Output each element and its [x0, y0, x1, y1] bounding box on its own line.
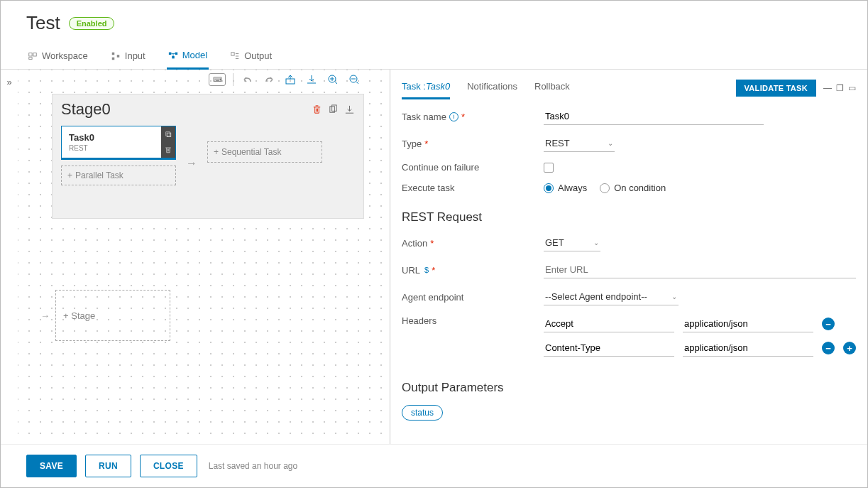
add-parallel-task[interactable]: + Parallel Task [61, 166, 176, 185]
task-name-input[interactable] [544, 108, 764, 125]
maximize-icon[interactable]: ▭ [848, 83, 856, 93]
delete-stage-icon[interactable] [312, 104, 322, 115]
execute-label: Execute task [402, 183, 544, 193]
task-name-label: Task name [402, 112, 446, 122]
page-header: Test Enabled [1, 1, 867, 40]
task-card[interactable]: Task0 REST ⧉ [61, 126, 176, 160]
svg-rect-3 [112, 52, 115, 55]
header-key-input[interactable] [544, 315, 674, 332]
minimize-icon[interactable]: — [823, 83, 832, 93]
header-value-input[interactable] [683, 340, 813, 357]
url-input[interactable] [544, 261, 856, 278]
details-panel: Task :Task0 Notifications Rollback VALID… [390, 70, 867, 444]
sequence-arrow-icon: → [186, 157, 197, 170]
export-icon[interactable] [283, 72, 297, 87]
tab-workspace-label: Workspace [42, 50, 88, 61]
task-card-type: REST [69, 144, 154, 152]
svg-rect-8 [172, 55, 175, 58]
subtab-rollback[interactable]: Rollback [534, 77, 570, 99]
add-stage[interactable]: + Stage [55, 290, 170, 341]
type-select[interactable]: REST ⌄ [544, 135, 615, 152]
plus-icon: + [63, 310, 71, 321]
radio-dot-checked [544, 183, 554, 193]
output-section-title: Output Parameters [402, 381, 856, 395]
zoom-in-icon[interactable] [326, 72, 340, 87]
svg-rect-10 [286, 79, 295, 84]
variable-icon[interactable]: $ [424, 266, 429, 274]
save-button[interactable]: SAVE [26, 455, 77, 477]
svg-rect-1 [33, 53, 36, 55]
header-key-input[interactable] [544, 340, 674, 357]
svg-rect-9 [231, 52, 234, 55]
subtab-notifications[interactable]: Notifications [467, 77, 517, 99]
url-label: URL [402, 265, 420, 276]
canvas-toolbar: ⌨ [209, 72, 361, 87]
tab-input-label: Input [125, 50, 145, 61]
action-select[interactable]: GET ⌄ [544, 234, 600, 251]
model-icon [168, 50, 178, 60]
validate-task-button[interactable]: VALIDATE TASK [736, 80, 816, 97]
svg-rect-7 [175, 52, 177, 55]
output-icon [230, 51, 240, 61]
svg-rect-2 [29, 57, 32, 59]
agent-select[interactable]: --Select Agent endpoint-- ⌄ [544, 288, 679, 305]
stage-title: Stage0 [61, 100, 111, 119]
input-icon [111, 51, 121, 61]
stage-container[interactable]: Stage0 Task0 REST [52, 94, 364, 219]
agent-label: Agent endpoint [402, 292, 544, 303]
info-icon[interactable]: i [449, 112, 458, 121]
header-row: − [544, 315, 856, 332]
plus-icon: + [67, 170, 72, 180]
type-label: Type [402, 139, 422, 149]
svg-rect-5 [117, 55, 120, 58]
chevron-down-icon: ⌄ [593, 239, 599, 246]
status-badge: Enabled [69, 17, 115, 30]
radio-on-condition[interactable]: On condition [600, 183, 666, 193]
main-tabs: Workspace Input Model Output [1, 40, 867, 70]
workspace-icon [28, 51, 38, 61]
chevron-down-icon: ⌄ [671, 293, 677, 300]
chevron-down-icon: ⌄ [608, 139, 613, 147]
continue-checkbox[interactable] [544, 163, 554, 173]
expand-handle[interactable]: » [1, 70, 18, 444]
import-stage-icon[interactable] [344, 104, 355, 115]
tab-model[interactable]: Model [167, 45, 209, 70]
add-sequential-task[interactable]: + Sequential Task [207, 141, 322, 163]
add-header-icon[interactable]: + [843, 342, 856, 354]
tab-input[interactable]: Input [109, 45, 147, 69]
tab-output-label: Output [244, 50, 272, 61]
headers-label: Headers [402, 315, 544, 326]
tab-model-label: Model [182, 50, 207, 60]
svg-rect-4 [112, 57, 115, 60]
canvas[interactable]: Stage0 Task0 REST [18, 70, 390, 444]
page-title: Test [26, 12, 60, 34]
rest-section-title: REST Request [402, 210, 856, 224]
restore-icon[interactable]: ❐ [836, 83, 844, 93]
import-icon[interactable] [304, 72, 319, 87]
keyboard-icon[interactable]: ⌨ [209, 73, 226, 86]
copy-stage-icon[interactable] [328, 104, 339, 115]
header-row: − + [544, 340, 856, 357]
svg-rect-6 [169, 52, 172, 55]
action-label: Action [402, 238, 427, 249]
tab-output[interactable]: Output [229, 45, 273, 69]
delete-task-icon[interactable] [161, 142, 175, 158]
output-param-pill[interactable]: status [402, 405, 443, 421]
close-button[interactable]: CLOSE [140, 455, 197, 477]
zoom-out-icon[interactable] [347, 72, 361, 87]
copy-task-icon[interactable]: ⧉ [161, 126, 175, 142]
canvas-area: ⌨ Stage0 [18, 70, 390, 444]
header-value-input[interactable] [683, 315, 813, 332]
redo-icon[interactable] [262, 72, 276, 87]
undo-icon[interactable] [241, 72, 255, 87]
tab-workspace[interactable]: Workspace [26, 45, 89, 69]
stage-arrow-icon: → [40, 310, 50, 321]
radio-dot [600, 183, 610, 193]
run-button[interactable]: RUN [85, 455, 131, 477]
remove-header-icon[interactable]: − [822, 318, 835, 330]
remove-header-icon[interactable]: − [822, 342, 835, 354]
subtab-task[interactable]: Task :Task0 [402, 77, 450, 99]
radio-always[interactable]: Always [544, 183, 587, 193]
footer: SAVE RUN CLOSE Last saved an hour ago [1, 444, 867, 487]
plus-icon: + [214, 147, 219, 157]
